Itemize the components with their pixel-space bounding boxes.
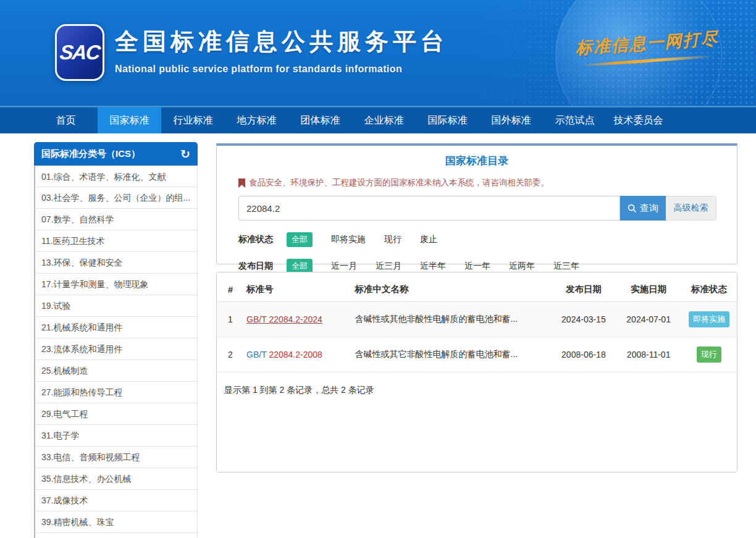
filter-label: 发布日期	[238, 261, 273, 272]
nav-tab-行业标准[interactable]: 行业标准	[161, 107, 225, 133]
column-header: 发布日期	[551, 276, 616, 302]
column-header: 标准中文名称	[350, 276, 552, 302]
nav-tab-技术委员会[interactable]: 技术委员会	[607, 107, 670, 133]
ics-sidebar: 国际标准分类号（ICS） ↻ 01.综合、术语学、标准化、文献03.社会学、服务…	[34, 142, 198, 538]
implement-date-cell: 2024-07-01	[616, 302, 681, 337]
ics-category-item[interactable]: 25.机械制造	[34, 360, 198, 382]
status-badge: 现行	[697, 347, 721, 363]
ics-item-list: 01.综合、术语学、标准化、文献03.社会学、服务、公司（企业）的组...07.…	[34, 166, 198, 538]
nav-tab-国外标准[interactable]: 国外标准	[479, 107, 543, 133]
ics-category-item[interactable]: 11.医药卫生技术	[34, 230, 198, 252]
nav-tab-团体标准[interactable]: 团体标准	[288, 107, 352, 133]
filter-option-全部[interactable]: 全部	[287, 232, 313, 247]
standard-code-cell: GB/T 22084.2-2008	[242, 337, 350, 372]
nav-tab-地方标准[interactable]: 地方标准	[225, 107, 288, 133]
status-badge: 即将实施	[689, 311, 729, 327]
ics-category-item[interactable]: 27.能源和热传导工程	[34, 382, 198, 403]
ics-category-item[interactable]: 03.社会学、服务、公司（企业）的组...	[34, 187, 198, 209]
filter-option-近两年[interactable]: 近两年	[509, 261, 535, 272]
sac-logo-text: SAC	[59, 41, 101, 64]
filter-label: 标准状态	[238, 234, 273, 245]
ics-category-item[interactable]: 31.电子学	[34, 425, 198, 447]
results-header-row: #标准号标准中文名称发布日期实施日期标准状态	[217, 276, 737, 302]
ics-category-item[interactable]: 01.综合、术语学、标准化、文献	[34, 166, 198, 187]
main-nav: 首页国家标准行业标准地方标准团体标准企业标准国际标准国外标准示范试点技术委员会	[0, 106, 756, 133]
standard-code-link[interactable]: GB/T 22084.2-2024	[246, 314, 322, 324]
filter-option-废止[interactable]: 废止	[420, 234, 437, 245]
code-prefix: GB/T	[246, 350, 266, 359]
ics-category-item[interactable]	[34, 533, 198, 538]
site-title-block: 全国标准信息公共服务平台 National public service pla…	[115, 26, 448, 75]
filters: 标准状态 全部即将实施现行废止 发布日期 全部近一月近三月近半年近一年近两年近三…	[217, 232, 737, 274]
code-prefix: GB/T	[246, 314, 266, 324]
bookmark-icon	[238, 179, 245, 188]
search-row: 查询 高级检索	[238, 196, 737, 221]
column-header: 标准状态	[681, 276, 737, 302]
column-header: 实施日期	[616, 276, 681, 302]
site-title-cn: 全国标准信息公共服务平台	[115, 26, 448, 57]
ics-category-item[interactable]: 35.信息技术、办公机械	[34, 468, 198, 490]
nav-tab-示范试点[interactable]: 示范试点	[543, 107, 607, 133]
status-cell: 现行	[681, 337, 737, 372]
publish-date-cell: 2024-03-15	[551, 302, 616, 337]
ics-sidebar-title: 国际标准分类号（ICS）	[41, 148, 140, 160]
ics-category-item[interactable]: 23.流体系统和通用件	[34, 338, 198, 360]
ics-sidebar-header: 国际标准分类号（ICS） ↻	[34, 142, 198, 166]
filter-option-现行[interactable]: 现行	[384, 234, 401, 245]
ics-category-item[interactable]: 21.机械系统和通用件	[34, 317, 198, 338]
filter-row: 标准状态 全部即将实施现行废止	[238, 232, 737, 247]
column-header: 标准号	[242, 276, 350, 302]
search-input[interactable]	[238, 196, 620, 221]
refresh-icon[interactable]: ↻	[180, 148, 190, 160]
ics-category-item[interactable]: 13.环保、保健和安全	[34, 252, 198, 274]
nav-tab-首页[interactable]: 首页	[34, 107, 98, 133]
national-standards-search-panel: 国家标准目录 食品安全、环境保护、工程建设方面的国家标准未纳入本系统，请咨询相关…	[216, 143, 737, 264]
notice-banner: 食品安全、环境保护、工程建设方面的国家标准未纳入本系统，请咨询相关部委。	[238, 177, 737, 188]
status-cell: 即将实施	[681, 302, 737, 337]
results-summary: 显示第 1 到第 2 条记录，总共 2 条记录	[224, 385, 737, 396]
row-index-cell: 1	[217, 302, 242, 337]
results-panel: #标准号标准中文名称发布日期实施日期标准状态 1GB/T 22084.2-202…	[216, 272, 737, 473]
advanced-search-button[interactable]: 高级检索	[666, 196, 716, 221]
code-number: 22084.2-2024	[267, 314, 322, 324]
site-header: SAC 全国标准信息公共服务平台 National public service…	[0, 0, 756, 106]
table-row: 1GB/T 22084.2-2024含碱性或其他非酸性电解质的蓄电池和蓄...2…	[217, 302, 737, 337]
ics-category-item[interactable]: 39.精密机械、珠宝	[34, 511, 198, 533]
publish-date-cell: 2008-06-18	[551, 337, 616, 372]
code-number: 22084.2-2008	[267, 350, 322, 359]
ics-category-item[interactable]: 37.成像技术	[34, 490, 198, 511]
standard-name-cell: 含碱性或其它非酸性电解质的蓄电池和蓄...	[350, 337, 552, 372]
row-index-cell: 2	[217, 337, 242, 372]
table-row: 2GB/T 22084.2-2008含碱性或其它非酸性电解质的蓄电池和蓄...2…	[217, 337, 737, 372]
sac-logo[interactable]: SAC	[55, 24, 104, 81]
query-button-label: 查询	[640, 203, 658, 214]
ics-category-item[interactable]: 07.数学、自然科学	[34, 209, 198, 230]
search-icon	[628, 204, 637, 213]
filter-option-近一月[interactable]: 近一月	[331, 261, 357, 272]
filter-option-近半年[interactable]: 近半年	[420, 261, 446, 272]
site-title-en: National public service platform for sta…	[115, 64, 448, 75]
filter-option-即将实施[interactable]: 即将实施	[331, 234, 366, 245]
results-table: #标准号标准中文名称发布日期实施日期标准状态 1GB/T 22084.2-202…	[217, 276, 737, 372]
ics-category-item[interactable]: 17.计量学和测量、物理现象	[34, 274, 198, 295]
standard-name-cell: 含碱性或其他非酸性电解质的蓄电池和蓄...	[350, 302, 552, 337]
ics-category-item[interactable]: 33.电信、音频和视频工程	[34, 447, 198, 468]
nav-tab-企业标准[interactable]: 企业标准	[352, 107, 416, 133]
ics-category-item[interactable]: 29.电气工程	[34, 403, 198, 425]
page-title: 国家标准目录	[217, 154, 737, 168]
nav-tab-国际标准[interactable]: 国际标准	[416, 107, 479, 133]
nav-tab-国家标准[interactable]: 国家标准	[98, 107, 161, 133]
notice-text: 食品安全、环境保护、工程建设方面的国家标准未纳入本系统，请咨询相关部委。	[249, 177, 549, 188]
standard-code-cell: GB/T 22084.2-2024	[242, 302, 350, 337]
ics-category-item[interactable]: 19.试验	[34, 295, 198, 317]
filter-option-近三月[interactable]: 近三月	[376, 261, 401, 272]
query-button[interactable]: 查询	[620, 196, 666, 221]
filter-option-近一年[interactable]: 近一年	[464, 261, 490, 272]
standard-code-link[interactable]: GB/T 22084.2-2008	[246, 350, 322, 359]
filter-option-近三年[interactable]: 近三年	[553, 261, 579, 272]
column-header: #	[217, 276, 242, 302]
implement-date-cell: 2008-11-01	[616, 337, 681, 372]
